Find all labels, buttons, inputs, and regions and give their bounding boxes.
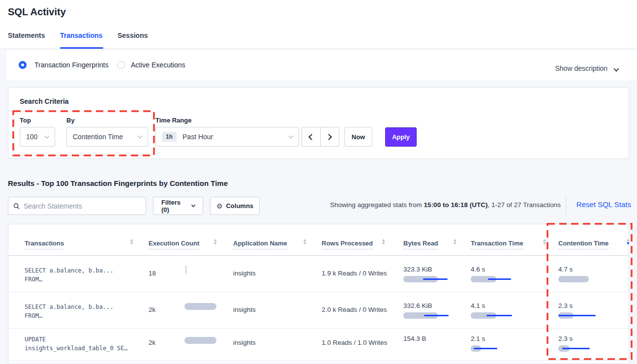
aggregated-stats-text: Showing aggregated stats from 15:00 to 1…	[330, 201, 561, 209]
sort-icon-application-name[interactable]: ▲▼	[303, 239, 306, 245]
execution-count-value: 2k	[149, 339, 155, 346]
top-select-value: 100	[26, 133, 37, 141]
transaction-time-mean-line	[488, 278, 511, 280]
chevron-down-icon	[138, 134, 143, 139]
execution-count-bar	[185, 266, 186, 274]
transaction-fingerprint-link[interactable]: SELECT a.balance, b.ba...	[25, 267, 114, 274]
execution-count-bar	[184, 337, 216, 344]
time-range-badge: 1h	[162, 132, 177, 142]
top-field-label: Top	[20, 117, 31, 124]
bytes-read-value: 332.6 KiB	[403, 302, 432, 309]
results-heading: Results - Top 100 Transaction Fingerprin…	[8, 179, 228, 187]
gear-icon: ⚙	[216, 202, 223, 210]
column-header-contention-time[interactable]: Contention Time	[558, 240, 608, 249]
contention-time-value: 4.7 s	[558, 266, 573, 273]
sort-icon-rows-processed[interactable]: ▲▼	[382, 239, 385, 245]
sort-icon-transactions[interactable]: ▲▼	[130, 239, 133, 245]
sql-activity-page: SQL Activity Statements Transactions Ses…	[0, 0, 637, 364]
search-criteria-heading: Search Criteria	[20, 97, 69, 105]
column-header-bytes-read[interactable]: Bytes Read	[403, 240, 438, 249]
apply-button[interactable]: Apply	[385, 127, 417, 147]
transaction-time-mean-line	[474, 348, 497, 349]
chevron-down-icon	[613, 66, 619, 71]
filters-button[interactable]: Filters (0)	[153, 197, 203, 215]
column-header-rows-processed[interactable]: Rows Processed	[322, 240, 373, 249]
reset-sql-stats-link[interactable]: Reset SQL Stats	[576, 200, 631, 209]
bytes-read-mean-line	[424, 315, 449, 316]
contention-time-bar	[558, 276, 589, 282]
transactions-table: Transactions Execution Count Application…	[8, 224, 629, 364]
toolbar-divider	[566, 197, 566, 215]
chevron-down-icon	[289, 134, 294, 139]
transaction-time-value: 4.1 s	[471, 302, 485, 309]
transaction-fingerprint-link-line2[interactable]: insights_workload_table_0 SE…	[25, 345, 128, 352]
column-header-transactions[interactable]: Transactions	[25, 240, 64, 249]
table-row[interactable]: SELECT a.balance, b.ba... FROM… 18 insig…	[8, 256, 629, 292]
sort-icon-transaction-time[interactable]: ▲▼	[543, 239, 546, 245]
radio-active-executions-label[interactable]: Active Executions	[131, 61, 185, 69]
transaction-fingerprint-link[interactable]: SELECT a.balance, b.ba...	[25, 303, 114, 310]
radio-transaction-fingerprints[interactable]	[19, 61, 27, 69]
contention-time-value: 2.3 s	[558, 302, 573, 309]
rows-processed-value: 1.0 Reads / 1.0 Writes	[322, 339, 387, 346]
page-title: SQL Activity	[8, 6, 66, 18]
radio-transaction-fingerprints-label[interactable]: Transaction Fingerprints	[34, 61, 108, 69]
stats-suffix: , 1-27 of 27 Transactions	[487, 201, 561, 209]
tab-transactions[interactable]: Transactions	[60, 31, 102, 39]
next-time-button[interactable]	[321, 127, 339, 146]
transaction-time-mean-line	[486, 315, 512, 316]
column-header-transaction-time[interactable]: Transaction Time	[471, 240, 523, 249]
application-name-value: insights	[233, 270, 256, 277]
stats-prefix: Showing aggregated stats from	[330, 201, 424, 209]
bytes-read-value: 323.3 KiB	[403, 266, 432, 273]
time-range-select[interactable]: 1h Past Hour	[155, 127, 299, 147]
now-button[interactable]: Now	[344, 127, 372, 147]
sort-icon-contention-time[interactable]: ▲▼	[627, 239, 629, 245]
column-header-execution-count[interactable]: Execution Count	[149, 240, 199, 249]
by-select-value: Contention Time	[73, 133, 123, 141]
chevron-left-icon	[308, 134, 315, 140]
show-description-label: Show description	[555, 64, 607, 72]
tab-statements[interactable]: Statements	[8, 31, 45, 39]
active-tab-underline	[60, 47, 103, 49]
time-range-label: Time Range	[155, 117, 191, 124]
contention-time-mean-line	[562, 348, 590, 349]
bytes-read-mean-line	[423, 278, 448, 280]
columns-button[interactable]: ⚙ Columns	[210, 197, 260, 215]
by-field-label: By	[66, 117, 75, 124]
top-select[interactable]: 100	[20, 127, 55, 147]
show-description-toggle[interactable]: Show description	[555, 64, 618, 72]
transaction-fingerprint-link-line2[interactable]: FROM…	[25, 312, 42, 319]
search-icon	[13, 203, 20, 210]
radio-active-executions[interactable]	[117, 61, 125, 69]
application-name-value: insights	[233, 339, 256, 346]
search-criteria-card	[8, 87, 629, 159]
rows-processed-value: 2.0 k Reads / 0 Writes	[322, 306, 387, 313]
table-row[interactable]: UPDATE insights_workload_table_0 SE… 2k …	[8, 328, 629, 361]
sort-icon-execution-count[interactable]: ▲▼	[214, 239, 216, 245]
tab-sessions[interactable]: Sessions	[118, 31, 148, 39]
contention-time-mean-line	[558, 315, 596, 316]
columns-button-label: Columns	[226, 202, 253, 210]
search-statements-input[interactable]	[24, 202, 141, 210]
time-nav-group	[302, 127, 339, 147]
by-select[interactable]: Contention Time	[66, 127, 148, 147]
column-header-application-name[interactable]: Application Name	[233, 240, 287, 249]
chevron-down-icon	[45, 134, 50, 139]
stats-time-range: 15:00 to 16:18 (UTC)	[424, 201, 488, 209]
previous-time-button[interactable]	[302, 127, 321, 146]
table-row[interactable]: SELECT a.balance, b.ba... FROM… 2k insig…	[8, 292, 629, 329]
search-statements-box	[8, 197, 146, 215]
contention-time-value: 2.3 s	[558, 335, 573, 342]
transaction-fingerprint-link-line2[interactable]: FROM…	[25, 276, 42, 283]
view-toggle-band: Transaction Fingerprints Active Executio…	[6, 50, 637, 80]
time-range-value: Past Hour	[182, 133, 213, 141]
bytes-read-value: 154.3 B	[403, 335, 426, 342]
page-header: SQL Activity Statements Transactions Ses…	[0, 0, 637, 49]
application-name-value: insights	[233, 306, 256, 313]
filters-button-label: Filters (0)	[161, 199, 188, 213]
transaction-fingerprint-link[interactable]: UPDATE	[25, 336, 46, 343]
execution-count-value: 2k	[149, 306, 155, 313]
chevron-right-icon	[326, 134, 332, 140]
sort-icon-bytes-read[interactable]: ▲▼	[454, 239, 456, 245]
